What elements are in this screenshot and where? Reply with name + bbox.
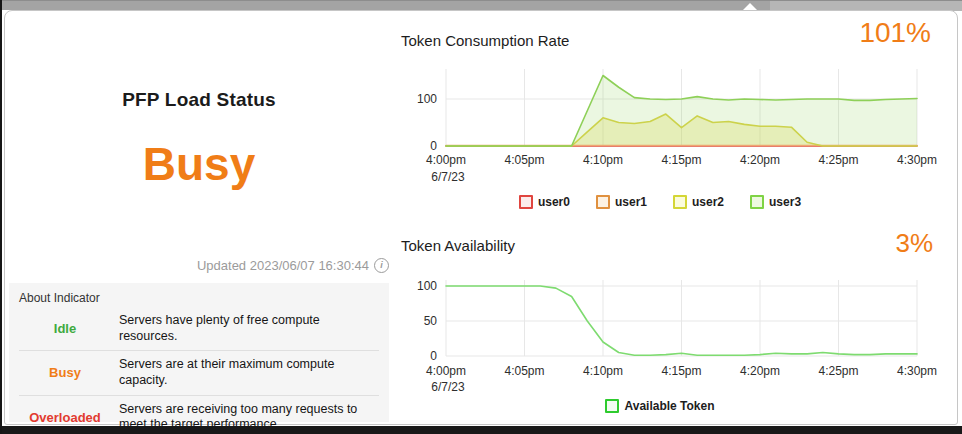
availability-legend: Available Token (401, 399, 919, 413)
window-bottom-edge (2, 426, 962, 434)
load-status-value: Busy (5, 137, 393, 191)
legend-swatch-available-token (605, 399, 619, 413)
about-row-idle: Idle Servers have plenty of free compute… (19, 307, 379, 350)
info-icon[interactable]: i (374, 258, 389, 273)
x-tick-label: 4:15pm (661, 364, 701, 378)
legend-swatch-user0 (519, 195, 533, 209)
availability-chart: 4:00pm4:05pm4:10pm4:15pm4:20pm4:25pm4:30… (401, 261, 961, 397)
x-tick-label: 4:25pm (818, 364, 858, 378)
status-label-overloaded: Overloaded (21, 410, 109, 425)
x-tick-label: 4:20pm (740, 153, 780, 167)
x-tick-label: 4:00pm (426, 364, 466, 378)
y-tick-label: 50 (424, 314, 438, 328)
consumption-chart-title: Token Consumption Rate (401, 32, 569, 49)
updated-row: Updated 2023/06/07 16:30:44 i (5, 258, 389, 273)
legend-label-user0: user0 (538, 195, 570, 209)
legend-item-user1[interactable]: user1 (596, 195, 647, 209)
consumption-rate-value: 101% (859, 17, 931, 49)
about-indicator-box: About Indicator Idle Servers have plenty… (9, 283, 389, 422)
legend-item-user0[interactable]: user0 (519, 195, 570, 209)
consumption-legend: user0 user1 user2 user3 (401, 195, 919, 209)
legend-swatch-user3 (750, 195, 764, 209)
status-label-busy: Busy (21, 365, 109, 380)
status-desc-idle: Servers have plenty of free compute reso… (119, 313, 377, 344)
dashboard-popup-screenshot: PFP Load Status Busy Updated 2023/06/07 … (0, 0, 962, 434)
about-row-busy: Busy Servers are at their maximum comput… (19, 350, 379, 394)
about-indicator-title: About Indicator (19, 291, 379, 305)
legend-label-user2: user2 (692, 195, 724, 209)
x-tick-label: 4:05pm (504, 364, 544, 378)
y-tick-label: 0 (430, 139, 437, 153)
x-tick-label: 4:30pm (897, 153, 937, 167)
legend-swatch-user1 (596, 195, 610, 209)
x-tick-label: 4:20pm (740, 364, 780, 378)
legend-label-user1: user1 (615, 195, 647, 209)
status-desc-busy: Servers are at their maximum compute cap… (119, 357, 377, 388)
popup-body: PFP Load Status Busy Updated 2023/06/07 … (4, 10, 958, 425)
x-tick-label: 4:00pm (426, 153, 466, 167)
legend-label-available-token: Available Token (624, 399, 714, 413)
x-tick-label: 4:10pm (583, 153, 623, 167)
legend-item-user2[interactable]: user2 (673, 195, 724, 209)
y-tick-label: 100 (417, 92, 437, 106)
x-tick-label: 4:10pm (583, 364, 623, 378)
legend-label-user3: user3 (769, 195, 801, 209)
status-label-idle: Idle (21, 321, 109, 336)
legend-swatch-user2 (673, 195, 687, 209)
x-axis-date-label: 6/7/23 (431, 380, 465, 394)
page-title: PFP Load Status (5, 89, 393, 111)
legend-item-user3[interactable]: user3 (750, 195, 801, 209)
legend-item-available-token[interactable]: Available Token (605, 399, 714, 413)
y-tick-label: 100 (417, 279, 437, 293)
x-tick-label: 4:15pm (661, 153, 701, 167)
x-tick-label: 4:25pm (818, 153, 858, 167)
y-tick-label: 0 (430, 349, 437, 363)
x-tick-label: 4:05pm (504, 153, 544, 167)
consumption-chart: 4:00pm4:05pm4:10pm4:15pm4:20pm4:25pm4:30… (401, 57, 961, 191)
availability-value: 3% (895, 228, 933, 259)
x-tick-label: 4:30pm (897, 364, 937, 378)
availability-chart-title: Token Availability (401, 237, 515, 254)
browser-chrome-bar (2, 0, 962, 10)
x-axis-date-label: 6/7/23 (431, 170, 465, 184)
updated-timestamp: Updated 2023/06/07 16:30:44 (197, 258, 369, 273)
